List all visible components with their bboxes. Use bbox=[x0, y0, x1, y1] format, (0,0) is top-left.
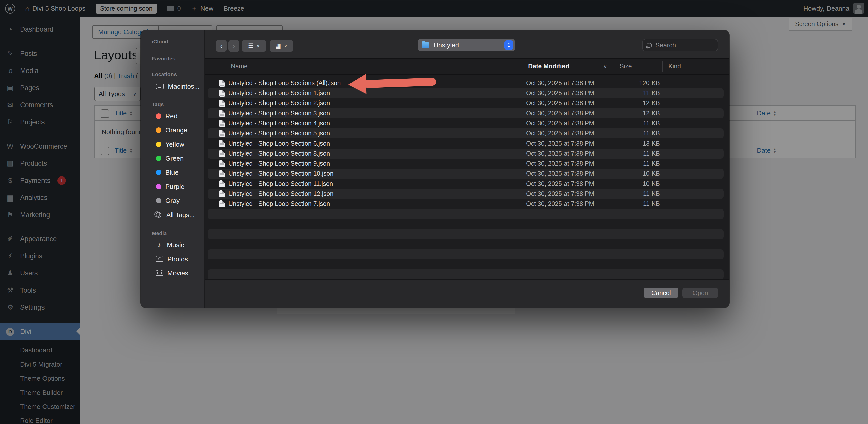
sidebar-item-orange[interactable]: Orange bbox=[141, 123, 204, 137]
document-icon bbox=[219, 140, 225, 147]
file-date-modified: Oct 30, 2025 at 7:38 PM bbox=[526, 179, 594, 189]
sidebar-section-locations: Locations bbox=[152, 70, 204, 78]
file-row[interactable]: Unstyled - Shop Loop Section 9.jsonOct 3… bbox=[208, 159, 724, 169]
sidebar-item-gray[interactable]: Gray bbox=[141, 193, 204, 207]
file-date-modified: Oct 30, 2025 at 7:38 PM bbox=[526, 199, 594, 209]
file-date-modified: Oct 30, 2025 at 7:38 PM bbox=[526, 118, 594, 129]
file-row[interactable]: Unstyled - Shop Loop Sections (All).json… bbox=[208, 78, 724, 88]
column-date-modified[interactable]: Date Modified bbox=[528, 59, 569, 74]
document-icon bbox=[219, 90, 225, 97]
chevron-down-icon: ∨ bbox=[256, 43, 260, 48]
sidebar-item-macintos-[interactable]: Macintos... bbox=[141, 80, 204, 92]
sidebar-item-photos[interactable]: Photos bbox=[141, 252, 204, 266]
search-input[interactable]: Search bbox=[642, 39, 718, 51]
sidebar-item-label: Yellow bbox=[165, 140, 184, 148]
file-list: Name Date Modified ∨ Size Kind Unstyled … bbox=[205, 58, 729, 280]
file-row[interactable]: Unstyled - Shop Loop Section 6.jsonOct 3… bbox=[208, 139, 724, 148]
chevron-down-icon: ∨ bbox=[284, 43, 287, 48]
sidebar-item-music[interactable]: ♪Music bbox=[141, 238, 204, 252]
sidebar-item-label: Blue bbox=[165, 168, 179, 176]
file-size: 11 KB bbox=[586, 199, 660, 209]
document-icon bbox=[219, 160, 225, 167]
camera-icon bbox=[156, 256, 163, 262]
column-name[interactable]: Name bbox=[231, 59, 248, 74]
stepper-icon: ▲▼ bbox=[504, 40, 514, 50]
cancel-button[interactable]: Cancel bbox=[644, 287, 678, 298]
empty-stripe-row bbox=[208, 249, 724, 259]
sidebar-item-all-tags-[interactable]: All Tags... bbox=[141, 207, 204, 222]
tag-color-icon bbox=[156, 198, 161, 203]
grid-view-icon: ▦ bbox=[275, 42, 281, 49]
file-date-modified: Oct 30, 2025 at 7:38 PM bbox=[526, 129, 594, 139]
sidebar-item-blue[interactable]: Blue bbox=[141, 165, 204, 179]
empty-stripe-row bbox=[208, 259, 724, 270]
file-name: Unstyled - Shop Loop Sections (All).json bbox=[228, 78, 341, 88]
file-row[interactable]: Unstyled - Shop Loop Section 3.jsonOct 3… bbox=[208, 108, 724, 118]
file-row[interactable]: Unstyled - Shop Loop Section 7.jsonOct 3… bbox=[208, 199, 724, 209]
list-view-button[interactable]: ☰ ∨ bbox=[242, 40, 266, 52]
open-button[interactable]: Open bbox=[682, 287, 718, 298]
document-icon bbox=[219, 130, 225, 137]
column-size[interactable]: Size bbox=[620, 59, 632, 74]
sidebar-item-green[interactable]: Green bbox=[141, 151, 204, 165]
tag-color-icon bbox=[156, 141, 161, 147]
file-size: 10 KB bbox=[586, 179, 660, 189]
file-date-modified: Oct 30, 2025 at 7:38 PM bbox=[526, 139, 594, 148]
document-icon bbox=[219, 200, 225, 207]
sidebar-item-label: Orange bbox=[165, 126, 187, 134]
file-date-modified: Oct 30, 2025 at 7:38 PM bbox=[526, 169, 594, 179]
file-row[interactable]: Unstyled - Shop Loop Section 5.jsonOct 3… bbox=[208, 129, 724, 139]
group-view-button[interactable]: ▦ ∨ bbox=[270, 40, 293, 52]
all-tags-icon bbox=[156, 212, 161, 217]
current-folder-label: Unstyled bbox=[434, 41, 459, 49]
file-date-modified: Oct 30, 2025 at 7:38 PM bbox=[526, 148, 594, 159]
forward-button[interactable]: › bbox=[228, 40, 239, 52]
document-icon bbox=[219, 110, 225, 117]
file-size: 10 KB bbox=[586, 169, 660, 179]
sidebar-item-red[interactable]: Red bbox=[141, 109, 204, 123]
sidebar-section-tags: Tags bbox=[152, 101, 204, 108]
sidebar-item-label: Gray bbox=[165, 197, 180, 204]
empty-stripe-row bbox=[208, 219, 724, 229]
sidebar-item-yellow[interactable]: Yellow bbox=[141, 137, 204, 151]
file-size: 11 KB bbox=[586, 129, 660, 139]
document-icon bbox=[219, 150, 225, 157]
music-note-icon: ♪ bbox=[156, 241, 163, 249]
file-size: 12 KB bbox=[586, 108, 660, 118]
file-row[interactable]: Unstyled - Shop Loop Section 11.jsonOct … bbox=[208, 179, 724, 189]
file-name: Unstyled - Shop Loop Section 4.json bbox=[228, 118, 330, 129]
file-size: 12 KB bbox=[586, 98, 660, 108]
empty-stripe-row bbox=[208, 209, 724, 219]
file-date-modified: Oct 30, 2025 at 7:38 PM bbox=[526, 108, 594, 118]
file-row[interactable]: Unstyled - Shop Loop Section 1.jsonOct 3… bbox=[208, 88, 724, 98]
list-view-icon: ☰ bbox=[248, 42, 254, 49]
film-icon bbox=[156, 270, 163, 276]
sidebar-item-label: Green bbox=[165, 154, 184, 162]
current-folder-select[interactable]: Unstyled ▲▼ bbox=[418, 39, 515, 51]
sidebar-item-label: Red bbox=[165, 112, 178, 120]
file-list-header: Name Date Modified ∨ Size Kind bbox=[205, 58, 729, 75]
back-button[interactable]: ‹ bbox=[216, 40, 227, 52]
sidebar-item-movies[interactable]: Movies bbox=[141, 266, 204, 280]
file-row[interactable]: Unstyled - Shop Loop Section 4.jsonOct 3… bbox=[208, 118, 724, 129]
folder-icon bbox=[422, 42, 430, 48]
search-placeholder: Search bbox=[655, 41, 676, 49]
file-name: Unstyled - Shop Loop Section 9.json bbox=[228, 159, 330, 169]
sidebar-item-purple[interactable]: Purple bbox=[141, 179, 204, 193]
file-row[interactable]: Unstyled - Shop Loop Section 8.jsonOct 3… bbox=[208, 148, 724, 159]
file-row[interactable]: Unstyled - Shop Loop Section 10.jsonOct … bbox=[208, 169, 724, 179]
column-kind[interactable]: Kind bbox=[668, 59, 681, 74]
sidebar-item-label: Music bbox=[167, 241, 184, 249]
file-row[interactable]: Unstyled - Shop Loop Section 12.jsonOct … bbox=[208, 189, 724, 199]
tag-color-icon bbox=[156, 156, 161, 161]
file-date-modified: Oct 30, 2025 at 7:38 PM bbox=[526, 159, 594, 169]
file-size: 11 KB bbox=[586, 159, 660, 169]
file-date-modified: Oct 30, 2025 at 7:38 PM bbox=[526, 98, 594, 108]
sidebar-section-media: Media bbox=[152, 230, 204, 237]
file-row[interactable]: Unstyled - Shop Loop Section 2.jsonOct 3… bbox=[208, 98, 724, 108]
file-name: Unstyled - Shop Loop Section 11.json bbox=[228, 179, 333, 189]
file-size: 11 KB bbox=[586, 148, 660, 159]
file-size: 11 KB bbox=[586, 88, 660, 98]
tag-color-icon bbox=[156, 183, 161, 189]
annotation-arrow bbox=[346, 72, 439, 95]
